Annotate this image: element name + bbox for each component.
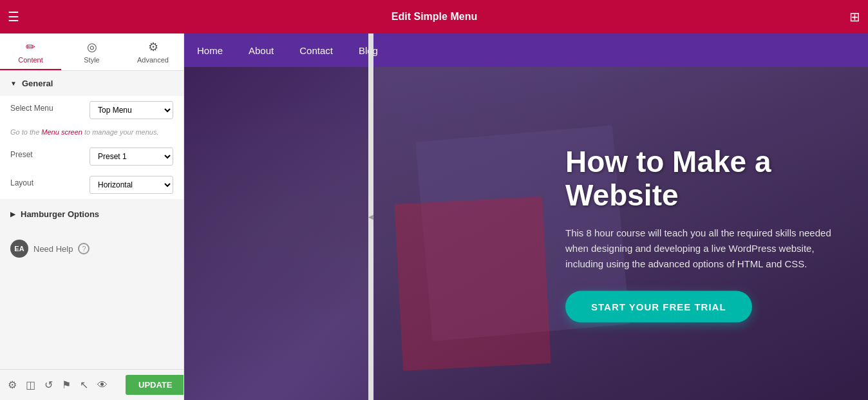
tab-content[interactable]: ✏ Content bbox=[0, 33, 61, 70]
eye-icon[interactable]: 👁 bbox=[97, 379, 108, 391]
menu-hint-suffix: to manage your menus. bbox=[82, 128, 159, 136]
update-button[interactable]: UPDATE bbox=[126, 375, 184, 395]
preview-hero: How to Make a Website This 8 hour course… bbox=[184, 67, 868, 400]
hero-title: How to Make a Website bbox=[565, 144, 849, 213]
tab-style[interactable]: ◎ Style bbox=[61, 33, 122, 70]
tab-advanced-label: Advanced bbox=[137, 56, 169, 64]
undo-icon[interactable]: ↺ bbox=[44, 379, 53, 391]
help-question-icon: ? bbox=[78, 243, 90, 254]
preview-area: Home About Contact Blog How to Make a We… bbox=[184, 33, 868, 400]
hamburger-icon[interactable]: ☰ bbox=[8, 9, 19, 24]
hero-content: How to Make a Website This 8 hour course… bbox=[565, 144, 849, 323]
tab-style-label: Style bbox=[84, 56, 99, 64]
top-bar: ☰ Edit Simple Menu ⊞ bbox=[0, 0, 868, 33]
layout-dropdown[interactable]: Horizontal Vertical Dropdown bbox=[90, 176, 173, 194]
menu-screen-link[interactable]: Menu screen bbox=[41, 128, 82, 136]
sidebar: ✏ Content ◎ Style ⚙ Advanced ▼ General S… bbox=[0, 33, 184, 400]
tab-content-label: Content bbox=[18, 56, 43, 64]
general-arrow: ▼ bbox=[10, 80, 17, 87]
hamburger-label: Hamburger Options bbox=[21, 209, 99, 219]
page-title: Edit Simple Menu bbox=[19, 11, 849, 23]
style-icon: ◎ bbox=[87, 40, 97, 54]
history-icon[interactable]: ⚑ bbox=[62, 379, 71, 391]
menu-hint-prefix: Go to the bbox=[10, 128, 41, 136]
need-help[interactable]: EA Need Help ? bbox=[0, 227, 184, 271]
cta-button[interactable]: START YOUR FREE TRIAL bbox=[565, 291, 752, 323]
nav-item-about[interactable]: About bbox=[249, 45, 274, 56]
select-menu-row: Select Menu Top Menu Main Menu Footer Me… bbox=[0, 96, 184, 124]
ea-badge: EA bbox=[10, 240, 28, 258]
preview-nav: Home About Contact Blog bbox=[184, 33, 868, 67]
update-btn-group: UPDATE ▾ bbox=[126, 375, 184, 395]
sidebar-content: ▼ General Select Menu Top Menu Main Menu… bbox=[0, 71, 184, 369]
advanced-icon: ⚙ bbox=[148, 40, 158, 54]
layers-icon[interactable]: ◫ bbox=[26, 379, 35, 391]
sidebar-tabs: ✏ Content ◎ Style ⚙ Advanced bbox=[0, 33, 184, 71]
content-icon: ✏ bbox=[26, 40, 35, 54]
nav-item-home[interactable]: Home bbox=[197, 45, 223, 56]
grid-icon[interactable]: ⊞ bbox=[849, 9, 860, 24]
general-label: General bbox=[22, 79, 53, 88]
hero-description: This 8 hour course will teach you all th… bbox=[565, 225, 849, 272]
settings-icon[interactable]: ⚙ bbox=[8, 379, 17, 391]
general-section-header[interactable]: ▼ General bbox=[0, 71, 184, 96]
menu-hint: Go to the Menu screen to manage your men… bbox=[0, 124, 184, 142]
bottom-toolbar: ⚙ ◫ ↺ ⚑ ↖ 👁 UPDATE ▾ bbox=[0, 369, 184, 400]
hamburger-section-header[interactable]: ▶ Hamburger Options bbox=[0, 202, 184, 227]
layout-row: Layout Horizontal Vertical Dropdown bbox=[0, 171, 184, 199]
resize-handle[interactable] bbox=[368, 33, 373, 400]
hamburger-arrow: ▶ bbox=[10, 211, 15, 218]
select-menu-dropdown[interactable]: Top Menu Main Menu Footer Menu bbox=[90, 101, 173, 119]
need-help-text: Need Help bbox=[33, 244, 73, 254]
preset-label: Preset bbox=[10, 150, 33, 159]
preset-dropdown[interactable]: Preset 1 Preset 2 Preset 3 bbox=[90, 148, 173, 166]
layout-label: Layout bbox=[10, 178, 33, 187]
preset-row: Preset Preset 1 Preset 2 Preset 3 bbox=[0, 142, 184, 171]
main-layout: ✏ Content ◎ Style ⚙ Advanced ▼ General S… bbox=[0, 33, 868, 400]
tab-advanced[interactable]: ⚙ Advanced bbox=[122, 33, 184, 70]
nav-item-contact[interactable]: Contact bbox=[299, 45, 333, 56]
cursor-icon: ↖ bbox=[80, 379, 88, 391]
select-menu-label: Select Menu bbox=[10, 104, 53, 113]
